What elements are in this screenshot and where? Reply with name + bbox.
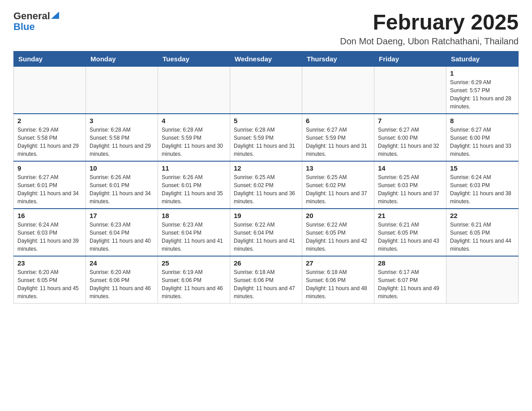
day-info: Sunrise: 6:23 AM Sunset: 6:04 PM Dayligh…: [90, 221, 154, 253]
weekday-friday: Friday: [374, 51, 446, 66]
calendar-cell: 15Sunrise: 6:24 AM Sunset: 6:03 PM Dayli…: [446, 161, 519, 209]
calendar-subtitle: Don Mot Daeng, Ubon Ratchathani, Thailan…: [340, 36, 519, 47]
day-number: 17: [90, 212, 154, 219]
day-info: Sunrise: 6:24 AM Sunset: 6:03 PM Dayligh…: [450, 173, 515, 206]
day-number: 27: [306, 259, 370, 267]
calendar-week-4: 16Sunrise: 6:24 AM Sunset: 6:03 PM Dayli…: [14, 209, 519, 256]
calendar-week-5: 23Sunrise: 6:20 AM Sunset: 6:05 PM Dayli…: [14, 256, 519, 304]
day-number: 5: [234, 117, 298, 124]
calendar-cell: 2Sunrise: 6:29 AM Sunset: 5:58 PM Daylig…: [14, 114, 86, 161]
calendar-cell: 19Sunrise: 6:22 AM Sunset: 6:04 PM Dayli…: [230, 209, 302, 256]
day-info: Sunrise: 6:21 AM Sunset: 6:05 PM Dayligh…: [378, 221, 442, 253]
day-number: 14: [378, 164, 442, 172]
calendar-cell: 21Sunrise: 6:21 AM Sunset: 6:05 PM Dayli…: [374, 209, 446, 256]
day-info: Sunrise: 6:26 AM Sunset: 6:01 PM Dayligh…: [90, 173, 154, 206]
day-number: 24: [90, 259, 154, 267]
calendar-cell: [302, 66, 374, 114]
day-number: 4: [162, 117, 226, 124]
calendar-cell: 8Sunrise: 6:27 AM Sunset: 6:00 PM Daylig…: [446, 114, 519, 161]
day-number: 13: [306, 164, 370, 172]
day-info: Sunrise: 6:18 AM Sunset: 6:06 PM Dayligh…: [234, 268, 298, 300]
day-info: Sunrise: 6:25 AM Sunset: 6:02 PM Dayligh…: [234, 173, 298, 206]
day-number: 6: [306, 117, 370, 124]
calendar-cell: 1Sunrise: 6:29 AM Sunset: 5:57 PM Daylig…: [446, 66, 519, 114]
day-info: Sunrise: 6:21 AM Sunset: 6:05 PM Dayligh…: [450, 221, 515, 253]
calendar-cell: 23Sunrise: 6:20 AM Sunset: 6:05 PM Dayli…: [14, 256, 86, 304]
weekday-wednesday: Wednesday: [230, 51, 302, 66]
day-info: Sunrise: 6:25 AM Sunset: 6:02 PM Dayligh…: [306, 173, 370, 206]
title-block: February 2025 Don Mot Daeng, Ubon Ratcha…: [340, 11, 519, 47]
day-number: 10: [90, 164, 154, 172]
day-info: Sunrise: 6:22 AM Sunset: 6:04 PM Dayligh…: [234, 221, 298, 253]
calendar-cell: 14Sunrise: 6:25 AM Sunset: 6:03 PM Dayli…: [374, 161, 446, 209]
day-info: Sunrise: 6:20 AM Sunset: 6:06 PM Dayligh…: [90, 268, 154, 300]
day-number: 25: [162, 259, 226, 267]
day-number: 12: [234, 164, 298, 172]
day-number: 3: [90, 117, 154, 124]
calendar-cell: 5Sunrise: 6:28 AM Sunset: 5:59 PM Daylig…: [230, 114, 302, 161]
day-number: 1: [450, 69, 515, 77]
calendar-cell: 22Sunrise: 6:21 AM Sunset: 6:05 PM Dayli…: [446, 209, 519, 256]
calendar-cell: 11Sunrise: 6:26 AM Sunset: 6:01 PM Dayli…: [158, 161, 230, 209]
calendar-cell: 20Sunrise: 6:22 AM Sunset: 6:05 PM Dayli…: [302, 209, 374, 256]
logo-blue: Blue: [13, 21, 35, 32]
day-number: 11: [162, 164, 226, 172]
svg-marker-0: [51, 12, 59, 19]
calendar-cell: 3Sunrise: 6:28 AM Sunset: 5:58 PM Daylig…: [86, 114, 158, 161]
day-info: Sunrise: 6:18 AM Sunset: 6:06 PM Dayligh…: [306, 268, 370, 300]
calendar-cell: 10Sunrise: 6:26 AM Sunset: 6:01 PM Dayli…: [86, 161, 158, 209]
calendar-cell: [230, 66, 302, 114]
day-number: 18: [162, 212, 226, 219]
day-info: Sunrise: 6:19 AM Sunset: 6:06 PM Dayligh…: [162, 268, 226, 300]
weekday-sunday: Sunday: [14, 51, 86, 66]
day-number: 20: [306, 212, 370, 219]
logo-triangle-icon: [51, 12, 59, 19]
calendar-cell: 18Sunrise: 6:23 AM Sunset: 6:04 PM Dayli…: [158, 209, 230, 256]
day-number: 23: [17, 259, 82, 267]
calendar-title: February 2025: [340, 11, 519, 34]
calendar-cell: 13Sunrise: 6:25 AM Sunset: 6:02 PM Dayli…: [302, 161, 374, 209]
day-number: 16: [17, 212, 82, 219]
calendar-cell: [446, 256, 519, 304]
day-info: Sunrise: 6:28 AM Sunset: 5:59 PM Dayligh…: [234, 126, 298, 158]
day-number: 21: [378, 212, 442, 219]
calendar-cell: 25Sunrise: 6:19 AM Sunset: 6:06 PM Dayli…: [158, 256, 230, 304]
calendar-cell: 6Sunrise: 6:27 AM Sunset: 5:59 PM Daylig…: [302, 114, 374, 161]
calendar-cell: 27Sunrise: 6:18 AM Sunset: 6:06 PM Dayli…: [302, 256, 374, 304]
logo-general: General: [13, 11, 50, 21]
calendar-cell: 12Sunrise: 6:25 AM Sunset: 6:02 PM Dayli…: [230, 161, 302, 209]
weekday-header-row: SundayMondayTuesdayWednesdayThursdayFrid…: [14, 51, 519, 66]
calendar-cell: 26Sunrise: 6:18 AM Sunset: 6:06 PM Dayli…: [230, 256, 302, 304]
day-number: 15: [450, 164, 515, 172]
day-info: Sunrise: 6:23 AM Sunset: 6:04 PM Dayligh…: [162, 221, 226, 253]
day-info: Sunrise: 6:27 AM Sunset: 6:00 PM Dayligh…: [450, 126, 515, 158]
calendar-cell: 4Sunrise: 6:28 AM Sunset: 5:59 PM Daylig…: [158, 114, 230, 161]
day-info: Sunrise: 6:28 AM Sunset: 5:59 PM Dayligh…: [162, 126, 226, 158]
calendar-table: SundayMondayTuesdayWednesdayThursdayFrid…: [13, 51, 519, 304]
calendar-cell: [158, 66, 230, 114]
day-info: Sunrise: 6:27 AM Sunset: 6:00 PM Dayligh…: [378, 126, 442, 158]
calendar-cell: [14, 66, 86, 114]
page-header: General Blue February 2025 Don Mot Daeng…: [13, 11, 519, 47]
day-info: Sunrise: 6:17 AM Sunset: 6:07 PM Dayligh…: [378, 268, 442, 300]
day-number: 28: [378, 259, 442, 267]
calendar-cell: 24Sunrise: 6:20 AM Sunset: 6:06 PM Dayli…: [86, 256, 158, 304]
calendar-cell: 7Sunrise: 6:27 AM Sunset: 6:00 PM Daylig…: [374, 114, 446, 161]
calendar-week-1: 1Sunrise: 6:29 AM Sunset: 5:57 PM Daylig…: [14, 66, 519, 114]
day-number: 2: [17, 117, 82, 124]
day-number: 19: [234, 212, 298, 219]
weekday-thursday: Thursday: [302, 51, 374, 66]
weekday-saturday: Saturday: [446, 51, 519, 66]
day-number: 8: [450, 117, 515, 124]
calendar-week-3: 9Sunrise: 6:27 AM Sunset: 6:01 PM Daylig…: [14, 161, 519, 209]
calendar-cell: 16Sunrise: 6:24 AM Sunset: 6:03 PM Dayli…: [14, 209, 86, 256]
day-info: Sunrise: 6:25 AM Sunset: 6:03 PM Dayligh…: [378, 173, 442, 206]
calendar-cell: 28Sunrise: 6:17 AM Sunset: 6:07 PM Dayli…: [374, 256, 446, 304]
calendar-week-2: 2Sunrise: 6:29 AM Sunset: 5:58 PM Daylig…: [14, 114, 519, 161]
calendar-cell: [374, 66, 446, 114]
calendar-cell: [86, 66, 158, 114]
day-info: Sunrise: 6:28 AM Sunset: 5:58 PM Dayligh…: [90, 126, 154, 158]
weekday-tuesday: Tuesday: [158, 51, 230, 66]
day-number: 9: [17, 164, 82, 172]
weekday-monday: Monday: [86, 51, 158, 66]
